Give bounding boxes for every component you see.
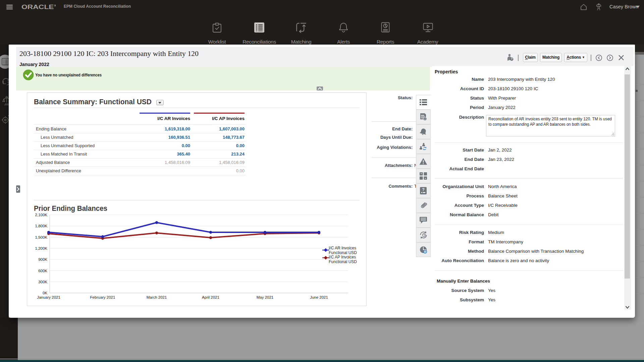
svg-text:Functional USD: Functional USD: [329, 259, 357, 264]
svg-text:EPM Cloud Account Reconciliati: EPM Cloud Account Reconciliation: [64, 4, 131, 9]
svg-text:June 2021: June 2021: [310, 295, 328, 299]
svg-text:Balance Summary: Functional US: Balance Summary: Functional USD: [34, 98, 152, 106]
svg-text:1,800K: 1,800K: [35, 224, 48, 228]
svg-text:600K: 600K: [38, 269, 47, 273]
svg-text:April 2021: April 2021: [202, 295, 219, 299]
svg-text:February 2021: February 2021: [90, 295, 115, 299]
svg-text:2,100K: 2,100K: [35, 213, 48, 217]
svg-text:?: ?: [422, 187, 425, 192]
svg-text:I/C AP Invoices: I/C AP Invoices: [329, 255, 356, 259]
svg-text:March 2021: March 2021: [147, 295, 167, 299]
svg-text:I/C AR Invoices: I/C AR Invoices: [329, 246, 356, 250]
svg-text:You have no unexplained differ: You have no unexplained differences: [35, 72, 102, 77]
svg-text:May 2021: May 2021: [257, 295, 274, 299]
svg-text:ORACLE’: ORACLE’: [21, 4, 56, 10]
svg-text:0K: 0K: [43, 291, 47, 295]
svg-text:1,500K: 1,500K: [35, 235, 48, 239]
svg-text:Functional USD: Functional USD: [329, 250, 357, 255]
svg-text:1,200K: 1,200K: [35, 246, 48, 250]
svg-text:300K: 300K: [38, 280, 47, 284]
svg-text:203-18100 29100 120 IC: 203 In: 203-18100 29100 120 IC: 203 Intercompany…: [19, 49, 199, 58]
svg-text:?: ?: [511, 57, 513, 61]
svg-text:Reconciliation of AR invoices: Reconciliation of AR invoices entity 203…: [488, 116, 612, 121]
svg-text:900K: 900K: [38, 257, 47, 261]
svg-text:to compare outstanding AP and: to compare outstanding AP and AR balance…: [488, 122, 591, 127]
svg-text:January 2021: January 2021: [37, 295, 60, 299]
